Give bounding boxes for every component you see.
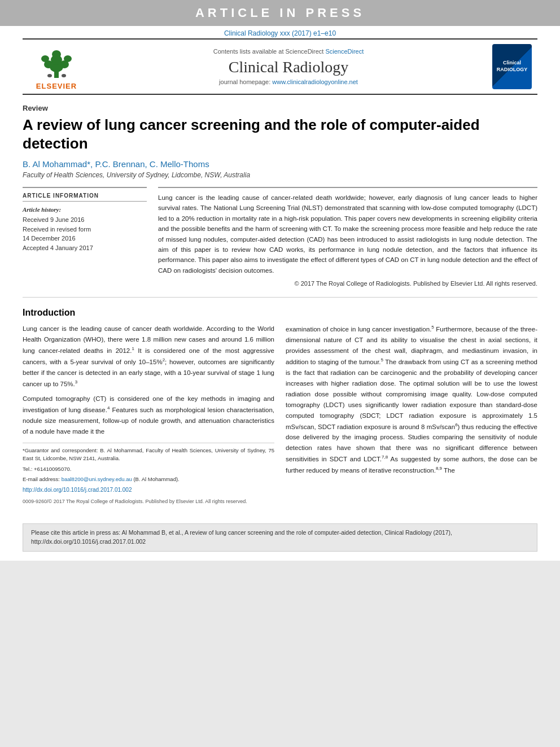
footnote-email-link[interactable]: baal8200@uni.sydney.edu.au [62,476,132,482]
abstract-text: Lung cancer is the leading cause of canc… [158,193,537,276]
intro-col-left: Lung cancer is the leading cause of canc… [23,324,274,505]
intro-para1: Lung cancer is the leading cause of canc… [23,324,274,389]
elsevier-label: ELSEVIER [36,82,77,90]
intro-para-right: examination of choice in lung cancer inv… [286,324,537,476]
issn-line: 0009-9260/© 2017 The Royal College of Ra… [23,497,274,506]
banner-text: ARTICLE IN PRESS [195,6,365,20]
article-info-title: ARTICLE INFORMATION [23,193,147,202]
doi-line[interactable]: http://dx.doi.org/10.1016/j.crad.2017.01… [23,486,274,495]
radiology-logo-box: ClinicalRADIOLOGY [487,44,537,89]
journal-header-container: Clinical Radiology xxx (2017) e1–e10 [23,26,537,95]
intro-body: Lung cancer is the leading cause of canc… [23,324,537,505]
authors: B. Al Mohammad*, P.C. Brennan, C. Mello-… [23,159,537,169]
revised-label: Received in revised form [23,225,147,234]
sciencedirect-line: Contents lists available at ScienceDirec… [102,48,475,55]
elsevier-logo: ELSEVIER [23,43,90,90]
copyright-line: © 2017 The Royal College of Radiologists… [158,280,537,287]
accepted-date: Accepted 4 January 2017 [23,243,147,253]
article-content: Review A review of lung cancer screening… [0,95,560,517]
journal-meta-line: Clinical Radiology xxx (2017) e1–e10 [23,26,537,38]
affiliation: Faculty of Health Sciences, University o… [23,171,537,179]
svg-point-8 [47,74,52,77]
introduction-section: Introduction Lung cancer is the leading … [23,308,537,505]
article-title: A review of lung cancer screening and th… [23,116,537,152]
cite-box: Please cite this article in press as: Al… [23,523,537,552]
review-label: Review [23,104,537,112]
svg-point-7 [64,55,72,62]
received-date: Received 9 June 2016 [23,215,147,225]
radiology-logo-img: ClinicalRADIOLOGY [492,44,532,89]
svg-point-9 [62,74,66,77]
footnote-section: *Guarantor and correspondent: B. Al Moha… [23,443,274,483]
journal-homepage-line: journal homepage: www.clinicalradiologyo… [102,78,475,85]
journal-header-inner: ELSEVIER Contents lists available at Sci… [23,38,537,95]
sciencedirect-link[interactable]: ScienceDirect [325,48,364,55]
page-wrapper: ARTICLE IN PRESS Clinical Radiology xxx … [0,0,560,561]
journal-center: Contents lists available at ScienceDirec… [90,48,487,85]
radiology-logo-text: ClinicalRADIOLOGY [497,60,528,73]
intro-heading: Introduction [23,308,537,318]
article-in-press-banner: ARTICLE IN PRESS [0,0,560,26]
footnote-email: E-mail address: baal8200@uni.sydney.edu.… [23,475,274,483]
abstract-column: Lung cancer is the leading cause of canc… [158,187,537,287]
svg-point-6 [41,55,49,62]
article-history-title: Article history: [23,206,147,213]
footnote-guarantor: *Guarantor and correspondent: B. Al Moha… [23,447,274,463]
intro-col-right: examination of choice in lung cancer inv… [286,324,537,505]
intro-para2: Computed tomography (CT) is considered o… [23,394,274,437]
homepage-url[interactable]: www.clinicalradiologyonline.net [272,78,358,85]
journal-meta-text: Clinical Radiology xxx (2017) e1–e10 [224,29,336,37]
svg-point-3 [52,50,61,58]
elsevier-tree-svg [33,43,81,80]
revised-date: 14 December 2016 [23,234,147,243]
journal-title: Clinical Radiology [102,58,475,76]
abstract-section: ARTICLE INFORMATION Article history: Rec… [23,187,537,287]
footnote-tel: Tel.: +61410095070. [23,465,274,473]
section-divider [23,297,537,298]
article-info-column: ARTICLE INFORMATION Article history: Rec… [23,187,147,287]
